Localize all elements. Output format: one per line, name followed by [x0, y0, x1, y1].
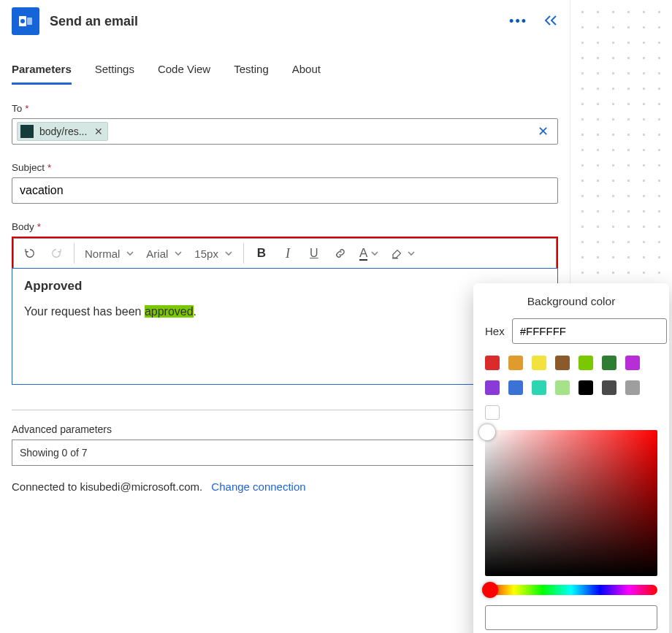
collapse-icon[interactable]: [543, 15, 558, 28]
subject-input[interactable]: [12, 178, 557, 203]
format-select[interactable]: Normal: [80, 248, 139, 260]
swatch-row-2: [485, 380, 657, 395]
swatch-white[interactable]: [485, 405, 500, 420]
chevron-down-icon: [126, 248, 134, 260]
font-select-label: Arial: [146, 248, 168, 260]
swatch[interactable]: [602, 356, 616, 370]
swatch[interactable]: [532, 380, 546, 395]
chevron-down-icon: [370, 248, 379, 260]
tabs: Parameters Settings Code View Testing Ab…: [12, 58, 558, 85]
swatch[interactable]: [555, 380, 570, 395]
outlook-icon: [12, 7, 39, 35]
subject-input-wrap: [12, 177, 558, 204]
swatch[interactable]: [625, 380, 640, 395]
chip-remove-icon[interactable]: ✕: [94, 126, 103, 137]
panel-title: Send an email: [50, 14, 509, 29]
highlighted-text: approved: [145, 305, 194, 318]
subject-label: Subject*: [12, 162, 558, 173]
italic-button[interactable]: I: [276, 241, 299, 266]
swatch[interactable]: [625, 356, 640, 370]
swatch-row-1: [485, 356, 657, 370]
highlight-color-button[interactable]: [386, 247, 420, 260]
to-chip[interactable]: body/res... ✕: [17, 122, 108, 141]
tab-settings[interactable]: Settings: [95, 58, 134, 85]
undo-button[interactable]: [18, 241, 42, 266]
panel-header: Send an email •••: [12, 0, 558, 45]
svg-rect-3: [392, 258, 398, 259]
rich-text-toolbar: Normal Arial 15px B I U: [13, 238, 557, 269]
body-heading: Approved: [24, 279, 546, 294]
tab-code-view[interactable]: Code View: [158, 58, 210, 85]
link-button[interactable]: [329, 241, 352, 266]
body-text: Your request has been approved.: [24, 305, 546, 318]
swatch[interactable]: [555, 356, 570, 370]
picker-thumb[interactable]: [479, 424, 495, 440]
size-select-label: 15px: [194, 248, 218, 260]
swatch[interactable]: [508, 380, 523, 395]
font-select[interactable]: Arial: [142, 248, 187, 260]
change-connection-link[interactable]: Change connection: [211, 480, 305, 493]
body-label: Body*: [12, 221, 558, 232]
font-color-button[interactable]: A: [355, 247, 383, 261]
size-select[interactable]: 15px: [190, 248, 237, 260]
hex-input[interactable]: [512, 318, 667, 344]
color-picker-popover: Background color Hex: [473, 283, 669, 633]
svg-point-2: [20, 19, 25, 23]
svg-rect-1: [27, 18, 32, 25]
swatch[interactable]: [602, 380, 616, 395]
hue-thumb[interactable]: [482, 582, 498, 598]
to-clear-icon[interactable]: ✕: [533, 123, 553, 139]
to-input[interactable]: body/res... ✕ ✕: [12, 118, 558, 145]
chevron-down-icon: [407, 248, 416, 260]
underline-button[interactable]: U: [302, 241, 326, 266]
tab-testing[interactable]: Testing: [234, 58, 269, 85]
tab-parameters[interactable]: Parameters: [12, 58, 72, 85]
format-select-label: Normal: [85, 248, 120, 260]
hex-label: Hex: [485, 325, 505, 337]
swatch[interactable]: [485, 380, 500, 395]
tab-about[interactable]: About: [292, 58, 321, 85]
connection-account: kisubedi@microsoft.com.: [80, 480, 202, 493]
swatch-row-3: [485, 405, 657, 420]
swatch[interactable]: [579, 356, 593, 370]
more-icon[interactable]: •••: [509, 14, 527, 29]
dynamic-content-icon: [20, 125, 34, 138]
chevron-down-icon: [224, 248, 233, 260]
hue-slider[interactable]: [485, 585, 657, 595]
swatch[interactable]: [532, 356, 546, 370]
advanced-select-text: Showing 0 of 7: [20, 447, 88, 459]
swatch[interactable]: [485, 356, 500, 370]
saturation-value-picker[interactable]: [485, 430, 657, 576]
color-picker-title: Background color: [485, 295, 657, 308]
swatch[interactable]: [579, 380, 593, 395]
to-chip-label: body/res...: [39, 126, 87, 137]
bold-button[interactable]: B: [250, 241, 273, 266]
redo-button[interactable]: [45, 241, 68, 266]
chevron-down-icon: [174, 248, 183, 260]
to-label: To*: [12, 103, 558, 114]
advanced-parameters-select[interactable]: Showing 0 of 7: [12, 440, 499, 466]
color-extra-input[interactable]: [485, 605, 657, 630]
rich-text-toolbar-highlight: Normal Arial 15px B I U: [12, 237, 558, 269]
swatch[interactable]: [508, 356, 523, 370]
